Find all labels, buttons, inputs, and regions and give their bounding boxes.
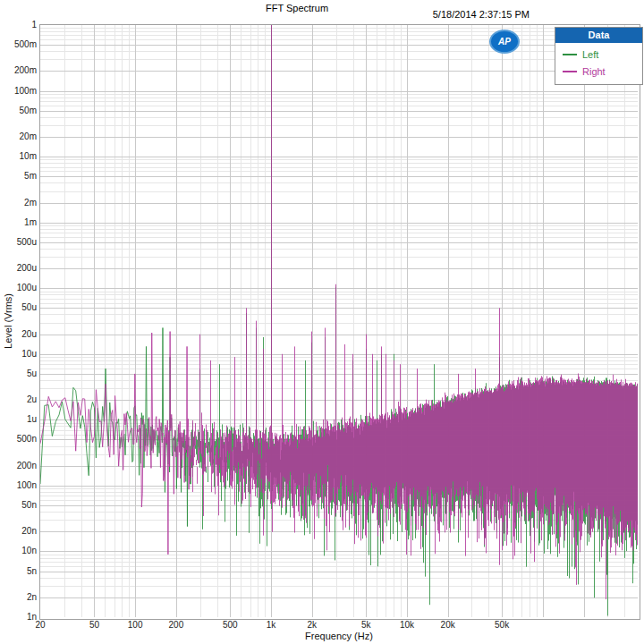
x-tick-label: 20 xyxy=(35,620,45,631)
x-axis-title: Frequency (Hz) xyxy=(40,631,638,641)
x-tick-label: 500 xyxy=(223,620,238,631)
ap-logo-text: AP xyxy=(498,37,511,47)
plot-area[interactable] xyxy=(39,24,640,620)
ap-logo: AP xyxy=(489,30,520,54)
legend-item-label: Right xyxy=(582,66,606,77)
fft-spectrum-window: { "header": { "title": "FFT Spectrum", "… xyxy=(0,0,644,644)
x-tick-label: 200 xyxy=(169,620,184,631)
x-tick-label: 10k xyxy=(400,620,414,631)
x-tick-label: 50k xyxy=(495,620,509,631)
x-tick-label: 50 xyxy=(89,620,99,631)
legend-item-right[interactable]: Right xyxy=(563,63,639,80)
legend-body: LeftRight xyxy=(555,43,642,84)
measurement-timestamp: 5/18/2014 2:37:15 PM xyxy=(433,9,530,20)
x-tick-label: 2k xyxy=(307,620,317,631)
legend-item-label: Left xyxy=(582,49,598,60)
legend-item-left[interactable]: Left xyxy=(563,46,639,63)
legend-panel: Data LeftRight xyxy=(555,27,643,85)
y-axis-title: Level (Vrms) xyxy=(3,25,13,617)
legend-line-swatch xyxy=(563,71,577,72)
x-tick-label: 5k xyxy=(361,620,371,631)
legend-header: Data xyxy=(555,28,642,43)
x-tick-label: 20k xyxy=(441,620,455,631)
spectrum-canvas[interactable] xyxy=(40,25,638,617)
x-tick-label: 100 xyxy=(128,620,143,631)
x-tick-label: 1k xyxy=(267,620,276,631)
legend-line-swatch xyxy=(563,54,577,55)
